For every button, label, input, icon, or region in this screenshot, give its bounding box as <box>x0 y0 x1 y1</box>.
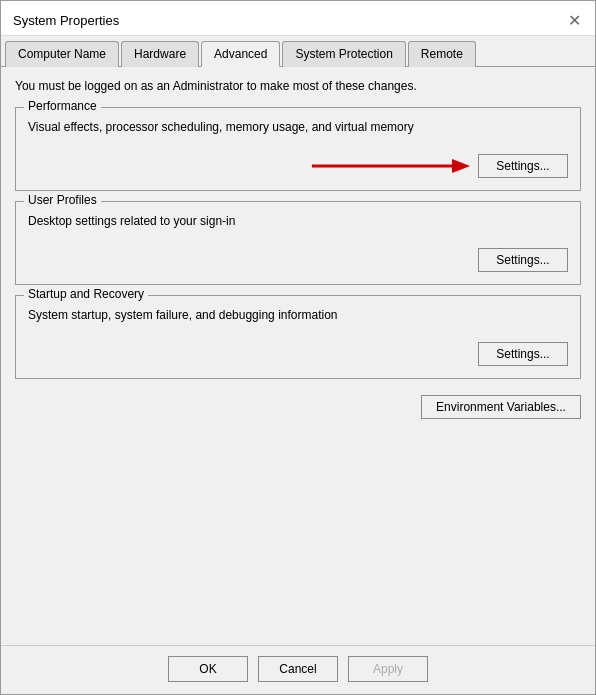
environment-variables-button[interactable]: Environment Variables... <box>421 395 581 419</box>
performance-label: Performance <box>24 99 101 113</box>
performance-settings-row: Settings... <box>28 154 568 178</box>
user-profiles-settings-row: Settings... <box>28 248 568 272</box>
tab-computer-name[interactable]: Computer Name <box>5 41 119 67</box>
svg-marker-1 <box>452 159 470 173</box>
ok-button[interactable]: OK <box>168 656 248 682</box>
user-profiles-label: User Profiles <box>24 193 101 207</box>
performance-group: Performance Visual effects, processor sc… <box>15 107 581 191</box>
startup-recovery-label: Startup and Recovery <box>24 287 148 301</box>
bottom-bar: OK Cancel Apply <box>1 645 595 694</box>
performance-description: Visual effects, processor scheduling, me… <box>28 120 568 134</box>
title-bar: System Properties ✕ <box>1 1 595 36</box>
user-profiles-group: User Profiles Desktop settings related t… <box>15 201 581 285</box>
red-arrow-icon <box>312 155 472 177</box>
main-content: You must be logged on as an Administrato… <box>1 67 595 645</box>
close-button[interactable]: ✕ <box>563 9 585 31</box>
tab-hardware[interactable]: Hardware <box>121 41 199 67</box>
cancel-button[interactable]: Cancel <box>258 656 338 682</box>
environment-variables-row: Environment Variables... <box>15 395 581 419</box>
startup-recovery-description: System startup, system failure, and debu… <box>28 308 568 322</box>
startup-recovery-settings-row: Settings... <box>28 342 568 366</box>
admin-info-text: You must be logged on as an Administrato… <box>15 79 581 93</box>
window-title: System Properties <box>13 13 119 28</box>
performance-settings-button[interactable]: Settings... <box>478 154 568 178</box>
tab-advanced[interactable]: Advanced <box>201 41 280 67</box>
user-profiles-description: Desktop settings related to your sign-in <box>28 214 568 228</box>
tab-system-protection[interactable]: System Protection <box>282 41 405 67</box>
startup-recovery-settings-button[interactable]: Settings... <box>478 342 568 366</box>
system-properties-window: System Properties ✕ Computer Name Hardwa… <box>0 0 596 695</box>
startup-recovery-group: Startup and Recovery System startup, sys… <box>15 295 581 379</box>
user-profiles-settings-button[interactable]: Settings... <box>478 248 568 272</box>
tab-remote[interactable]: Remote <box>408 41 476 67</box>
apply-button[interactable]: Apply <box>348 656 428 682</box>
tab-bar: Computer Name Hardware Advanced System P… <box>1 36 595 67</box>
